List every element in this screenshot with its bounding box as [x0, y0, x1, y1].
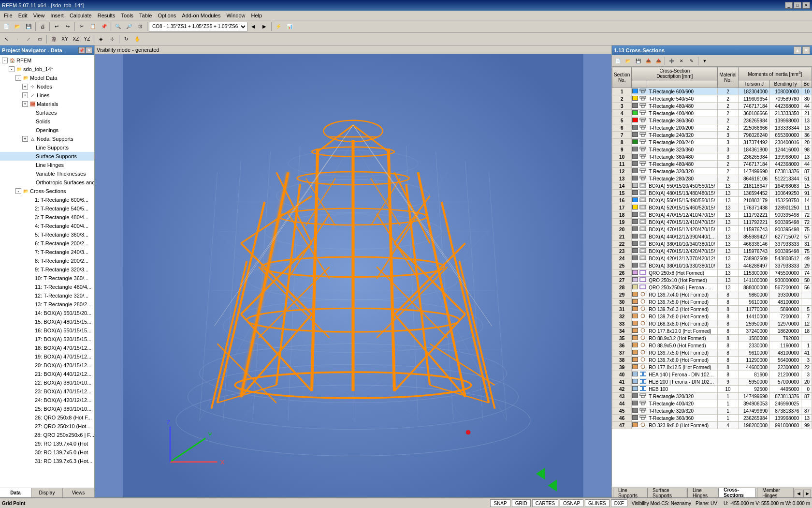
load-case-combo[interactable]: CO8 - 1.35*ZS1 + 1.05*ZS5 + 1.05*ZS6 [149, 22, 247, 31]
tab-line-hinges[interactable]: Line Hinges [687, 488, 717, 497]
tree-item-cs20[interactable]: 20: BOX(A) 470/15/12... [0, 361, 94, 370]
table-row[interactable]: 42 HEB 100 10 92500 4495000 0 [612, 386, 812, 393]
tree-item-project[interactable]: - 📁 sdo_tob_14* [0, 65, 94, 74]
tree-item-cs25[interactable]: 25: BOX(A) 380/10/10... [0, 404, 94, 413]
tree-item-variable-thicknesses[interactable]: Variable Thicknesses [0, 169, 94, 178]
viewport-canvas[interactable]: X Y Z [95, 54, 611, 497]
tree-item-rfem[interactable]: - 🏠 RFEM [0, 56, 94, 65]
tab-scroll-right[interactable]: ▶ [803, 490, 811, 497]
minimize-button[interactable]: _ [785, 2, 793, 9]
paste-btn[interactable]: 📌 [99, 21, 109, 32]
expand-project[interactable]: - [9, 66, 14, 72]
node-btn[interactable]: · [12, 34, 23, 45]
tree-item-cs18[interactable]: 18: BOX(A) 470/15/12... [0, 344, 94, 352]
table-row[interactable]: 43 T-Rectangle 320/320 1 147499690 87381… [612, 393, 812, 400]
tree-item-cs4[interactable]: 4: T-Rectangle 400/4... [0, 222, 94, 230]
status-grid[interactable]: GRID [512, 499, 531, 507]
expand-nodes[interactable]: + [22, 84, 28, 90]
tree-item-cs24[interactable]: 24: BOX(A) 420/12/12... [0, 396, 94, 404]
menu-insert[interactable]: Insert [47, 12, 67, 19]
menu-calculate[interactable]: Calculate [67, 12, 95, 19]
table-row[interactable]: 23 BOX(A) 470/15/12/420/470/15/ 13 11597… [612, 248, 812, 255]
menu-edit[interactable]: Edit [15, 12, 30, 19]
table-row[interactable]: 10 T-Rectangle 360/480 3 236265984 13996… [612, 153, 812, 161]
table-row[interactable]: 17 BOX(A) 520/15/15/460/520/15/ 13 17637… [612, 204, 812, 211]
table-row[interactable]: 2 T-Rectangle 540/540 2 119609654 709589… [612, 95, 812, 103]
table-row[interactable]: 19 BOX(A) 470/15/12/410/470/15/ 13 11179… [612, 219, 812, 226]
table-row[interactable]: 16 BOX(A) 550/15/15/490/550/15/ 13 21080… [612, 197, 812, 204]
tree-item-cross-sections-folder[interactable]: - 📂 Cross-Sections [0, 187, 94, 195]
table-row[interactable]: 37 RO 139.7x5.0 (Hot Formed) 8 9610000 4… [612, 349, 812, 357]
table-row[interactable]: 46 T-Rectangle 360/360 1 236265984 13996… [612, 415, 812, 422]
viewxy-btn[interactable]: XY [59, 34, 70, 45]
tree-item-cs9[interactable]: 9: T-Rectangle 320/3... [0, 265, 94, 274]
table-row[interactable]: 21 BOX(A) 440/12/12/390/440/140/ 13 8559… [612, 233, 812, 240]
tree-item-cs26[interactable]: 26: QRO 250x8 (Hot F... [0, 413, 94, 422]
tree-item-surface-supports[interactable]: Surface Supports [0, 152, 94, 161]
tree-item-cs27[interactable]: 27: QRO 250x10 (Hot... [0, 422, 94, 431]
tree-item-cs15[interactable]: 15: BOX(A) 480/15/15... [0, 317, 94, 326]
table-row[interactable]: 47 RO 323.9x8.0 (Hot Formed) 4 198200000… [612, 422, 812, 429]
tree-item-cs10[interactable]: 10: T-Rectangle 360/... [0, 274, 94, 283]
table-row[interactable]: 3 T-Rectangle 480/480 2 746717184 442368… [612, 103, 812, 110]
tree-item-cs1[interactable]: 1: T-Rectangle 600/6... [0, 195, 94, 204]
results-btn[interactable]: 📊 [284, 21, 295, 32]
table-row[interactable]: 44 T-Rectangle 400/420 1 394906053 24696… [612, 400, 812, 407]
tree-item-lines[interactable]: + ⟋ Lines [0, 91, 94, 100]
status-dxf[interactable]: DXF [611, 499, 627, 507]
menu-options[interactable]: Options [155, 12, 179, 19]
menu-help[interactable]: Help [248, 12, 265, 19]
table-row[interactable]: 24 BOX(A) 420/12/12/370/420/12/ 13 73890… [612, 255, 812, 262]
right-panel-close-btn[interactable]: ✕ [802, 46, 810, 54]
tree-item-cs3[interactable]: 3: T-Rectangle 480/4... [0, 213, 94, 222]
panel-pin-btn[interactable]: 📌 [78, 47, 85, 54]
menu-results[interactable]: Results [95, 12, 118, 19]
tree-item-cs23[interactable]: 23: BOX(A) 470/15/12... [0, 387, 94, 396]
table-row[interactable]: 28 QRO 250x250x6 | Ferona - EN 10219 13 … [612, 284, 812, 291]
table-row[interactable]: 12 T-Rectangle 320/320 2 147499690 87381… [612, 168, 812, 175]
rtb-export[interactable]: 📤 [653, 56, 663, 66]
status-glines[interactable]: GLINES [585, 499, 609, 507]
print-btn[interactable]: 🖨 [37, 21, 48, 32]
prev-btn[interactable]: ◀ [248, 21, 259, 32]
menu-file[interactable]: File [1, 12, 15, 19]
table-row[interactable]: 26 QRO 250x8 (Hot Formed) 13 115300000 7… [612, 269, 812, 277]
next-btn[interactable]: ▶ [259, 21, 270, 32]
save-btn[interactable]: 💾 [23, 21, 34, 32]
close-button[interactable]: ✕ [802, 2, 810, 9]
tree-item-cs13[interactable]: 13: T-Rectangle 280/2... [0, 300, 94, 309]
table-row[interactable]: 9 T-Rectangle 320/360 3 184361800 124416… [612, 146, 812, 153]
tab-line-supports[interactable]: Line Supports [613, 488, 646, 497]
calc-btn[interactable]: ⚡ [273, 21, 284, 32]
table-row[interactable]: 11 T-Rectangle 480/480 2 746717184 44236… [612, 161, 812, 168]
select-btn[interactable]: ↖ [1, 34, 12, 45]
expand-lines[interactable]: + [22, 92, 28, 98]
tree-item-line-supports[interactable]: Line Supports [0, 143, 94, 152]
table-row[interactable]: 33 RO 168.3x8.0 (Hot Formed) 8 25950000 … [612, 320, 812, 328]
tab-cross-sections[interactable]: Cross-Sections [718, 488, 756, 497]
undo-btn[interactable]: ↩ [51, 21, 62, 32]
table-row[interactable]: 18 BOX(A) 470/15/12/410/470/15/ 13 11179… [612, 211, 812, 219]
new-btn[interactable]: 📄 [1, 21, 12, 32]
rtb-new[interactable]: 📄 [613, 56, 623, 66]
maximize-button[interactable]: □ [794, 2, 801, 9]
tree-item-cs5[interactable]: 5: T-Rectangle 360/3... [0, 230, 94, 239]
tree-item-cs11[interactable]: 11: T-Rectangle 480/4... [0, 283, 94, 291]
rtb-filter[interactable]: ▼ [700, 56, 710, 66]
expand-nodal-supports[interactable]: + [22, 136, 28, 142]
surface-btn[interactable]: ▭ [34, 34, 45, 45]
table-row[interactable]: 4 T-Rectangle 400/400 2 360106666 213333… [612, 110, 812, 117]
table-row[interactable]: 39 RO 177.8x12.5 (Hot Formed) 8 44600000… [612, 364, 812, 371]
expand-cross-sections[interactable]: - [15, 188, 21, 194]
table-row[interactable]: 31 RO 139.7x6.3 (Hot Formed) 8 11770000 … [612, 306, 812, 313]
tab-member-hinges[interactable]: Member Hinges [757, 488, 794, 497]
tree-item-solids[interactable]: Solids [0, 117, 94, 126]
wire-btn[interactable]: ⊹ [107, 34, 117, 45]
tab-surface-supports[interactable]: Surface Supports [647, 488, 686, 497]
viewport[interactable]: Visibility mode - generated [95, 45, 611, 497]
table-row[interactable]: 20 BOX(A) 470/15/12/420/470/15/ 13 11597… [612, 226, 812, 233]
rtb-import[interactable]: 📥 [643, 56, 653, 66]
tree-item-cs21[interactable]: 21: BOX(A) 440/12/12... [0, 370, 94, 378]
view3d-btn[interactable]: 🗿 [48, 34, 59, 45]
rtb-save[interactable]: 💾 [633, 56, 643, 66]
